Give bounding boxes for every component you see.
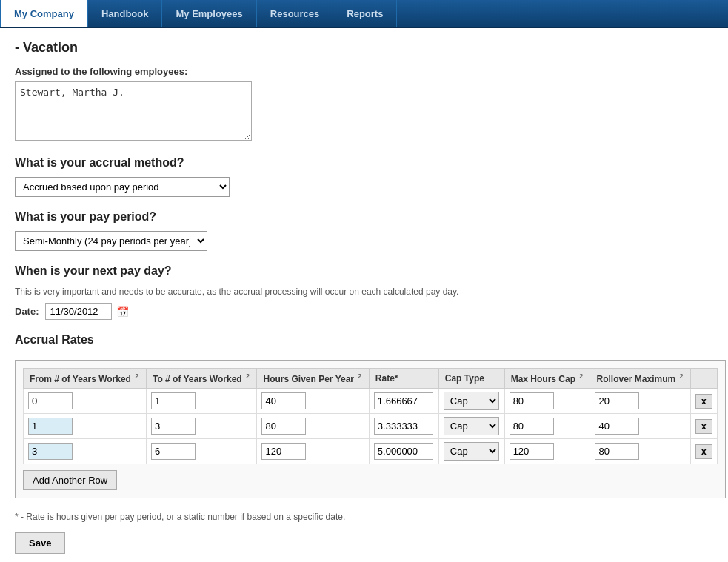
hours-per-year-input[interactable] <box>261 392 306 409</box>
table-header-row: From # of Years Worked 2 To # of Years W… <box>24 369 718 389</box>
nav-item-mycompany[interactable]: My Company <box>0 0 88 27</box>
rate-footnote: * - Rate is hours given per pay period, … <box>15 512 713 522</box>
pay-period-heading: What is your pay period? <box>15 210 713 224</box>
cap-type-select[interactable]: CapNo Cap <box>444 442 499 461</box>
nav-item-resources[interactable]: Resources <box>257 0 333 27</box>
table-row: CapNo Capx <box>24 414 718 439</box>
footnote-marker-1: 2 <box>135 372 138 380</box>
to-years-input[interactable] <box>151 418 196 435</box>
footnote-marker-4: 2 <box>579 372 583 380</box>
date-input[interactable] <box>45 303 112 320</box>
col-header-to: To # of Years Worked 2 <box>146 369 257 389</box>
col-header-max-hours: Max Hours Cap 2 <box>504 369 590 389</box>
delete-row-button[interactable]: x <box>695 419 712 434</box>
next-pay-day-desc: This is very important and needs to be a… <box>15 285 713 298</box>
nav-item-reports[interactable]: Reports <box>333 0 397 27</box>
next-pay-day-heading: When is your next pay day? <box>15 264 713 278</box>
footnote-marker-2: 2 <box>246 372 250 380</box>
col-header-hours: Hours Given Per Year 2 <box>257 369 369 389</box>
accrual-table-body: CapNo CapxCapNo CapxCapNo Capx <box>24 389 718 464</box>
nav-item-handbook[interactable]: Handbook <box>88 0 163 27</box>
add-row-button[interactable]: Add Another Row <box>23 470 117 490</box>
from-years-input[interactable] <box>28 418 73 435</box>
accrual-method-heading: What is your accrual method? <box>15 156 713 170</box>
footnote-marker-3: 2 <box>358 372 361 380</box>
rollover-input[interactable] <box>595 418 639 435</box>
hours-per-year-input[interactable] <box>261 418 306 435</box>
col-header-delete <box>690 369 717 389</box>
calendar-icon[interactable]: 📅 <box>116 306 129 318</box>
hours-per-year-input[interactable] <box>261 443 306 460</box>
col-header-rate: Rate* <box>369 369 438 389</box>
col-header-from: From # of Years Worked 2 <box>24 369 147 389</box>
delete-row-button[interactable]: x <box>695 444 712 459</box>
rate-input[interactable] <box>374 392 433 409</box>
rollover-input[interactable] <box>595 443 639 460</box>
accrual-table-wrapper: From # of Years Worked 2 To # of Years W… <box>15 360 726 498</box>
rate-input[interactable] <box>374 443 433 460</box>
cap-type-select[interactable]: CapNo Cap <box>444 417 499 435</box>
to-years-input[interactable] <box>151 443 196 460</box>
navigation: My Company Handbook My Employees Resourc… <box>0 0 728 28</box>
save-button[interactable]: Save <box>15 532 65 554</box>
from-years-input[interactable] <box>28 392 73 409</box>
main-content: - Vacation Assigned to the following emp… <box>0 28 728 562</box>
delete-row-button[interactable]: x <box>695 394 712 409</box>
table-row: CapNo Capx <box>24 389 718 414</box>
table-row: CapNo Capx <box>24 439 718 464</box>
date-label: Date: <box>15 306 39 317</box>
accrual-section: Accrual Rates From # of Years Worked 2 T… <box>15 333 713 498</box>
from-years-input[interactable] <box>28 443 73 460</box>
rate-input[interactable] <box>374 418 433 435</box>
accrual-table: From # of Years Worked 2 To # of Years W… <box>23 368 718 464</box>
max-hours-input[interactable] <box>510 418 554 435</box>
max-hours-input[interactable] <box>510 392 554 409</box>
assigned-employees-textarea[interactable] <box>15 81 252 141</box>
footnote-marker-5: 2 <box>680 372 684 380</box>
col-header-rollover: Rollover Maximum 2 <box>590 369 690 389</box>
accrual-method-select[interactable]: Accrued based upon pay periodAccrued bas… <box>15 177 230 197</box>
to-years-input[interactable] <box>151 392 196 409</box>
rollover-input[interactable] <box>595 392 639 409</box>
nav-item-myemployees[interactable]: My Employees <box>162 0 256 27</box>
pay-period-select[interactable]: Weekly (52 pay periods per year)Bi-Weekl… <box>15 231 207 251</box>
accrual-rates-heading: Accrual Rates <box>15 333 713 347</box>
col-header-cap-type: Cap Type <box>438 369 504 389</box>
assigned-label: Assigned to the following employees: <box>15 66 713 77</box>
page-title: - Vacation <box>15 40 713 56</box>
cap-type-select[interactable]: CapNo Cap <box>444 392 499 410</box>
max-hours-input[interactable] <box>510 443 554 460</box>
